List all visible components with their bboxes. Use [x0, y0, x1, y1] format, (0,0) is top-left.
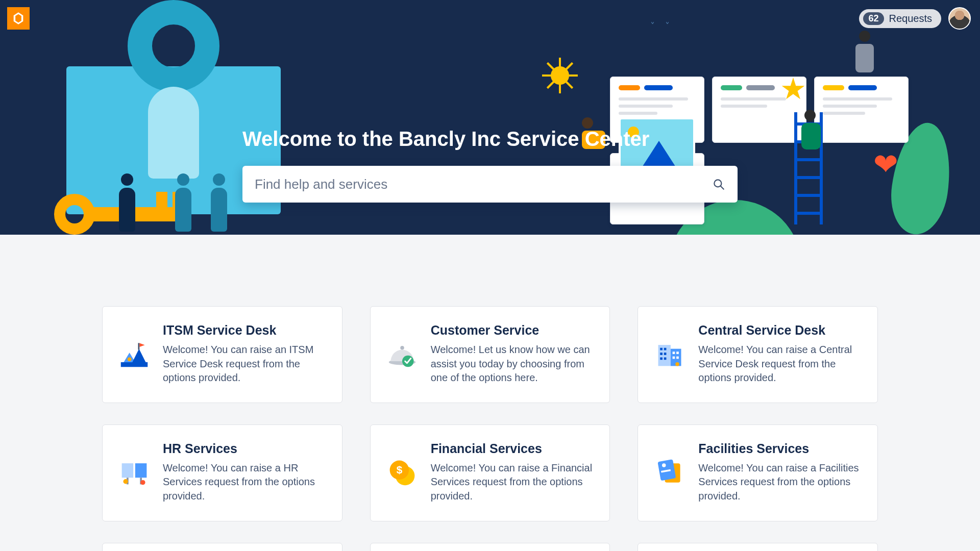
- hero-banner: 62 Requests ˅˅ ★ ❤ Welcome to the Bancly…: [0, 0, 980, 235]
- svg-rect-2: [121, 362, 148, 367]
- hr-billboard-icon: [119, 457, 150, 487]
- svg-text:$: $: [396, 464, 402, 475]
- card-description: Welcome! You can raise a Central Service…: [698, 343, 860, 385]
- svg-rect-10: [660, 348, 663, 350]
- service-cards-grid: ITSM Service Desk Welcome! You can raise…: [102, 306, 878, 551]
- card-description: Welcome! You can raise a Financial Servi…: [431, 461, 593, 504]
- card-title: Facilities Services: [698, 441, 860, 456]
- svg-point-25: [123, 479, 128, 484]
- header-right: 62 Requests: [859, 7, 971, 30]
- hero-art-person: [209, 173, 229, 235]
- svg-point-20: [676, 362, 680, 366]
- hero-art-person: [851, 31, 878, 80]
- svg-rect-19: [676, 357, 679, 359]
- svg-rect-16: [673, 352, 675, 354]
- svg-rect-15: [664, 358, 667, 360]
- cloche-check-icon: [387, 338, 418, 369]
- hero-art-sun: [551, 66, 569, 85]
- svg-point-32: [662, 463, 666, 467]
- svg-rect-22: [135, 463, 147, 478]
- search-input[interactable]: [255, 177, 712, 192]
- svg-rect-17: [676, 352, 679, 354]
- card-icon: [653, 456, 686, 488]
- user-avatar[interactable]: [948, 7, 971, 30]
- svg-point-4: [128, 358, 132, 362]
- svg-rect-11: [664, 348, 667, 350]
- search-input-container[interactable]: [242, 166, 738, 203]
- requests-count-badge: 62: [863, 12, 884, 25]
- svg-point-6: [400, 346, 404, 350]
- card-description: Welcome! You can raise a HR Services req…: [163, 461, 325, 504]
- card-title: Financial Services: [431, 441, 593, 456]
- card-description: Welcome! You can raise a Facilities Serv…: [698, 461, 860, 504]
- card-customer-service[interactable]: Customer Service Welcome! Let us know ho…: [370, 306, 610, 403]
- hero-art-key: [54, 199, 177, 230]
- requests-label: Requests: [889, 13, 933, 24]
- coins-icon: $: [387, 457, 418, 487]
- card-icon: [118, 456, 151, 488]
- card-title: Customer Service: [431, 323, 593, 338]
- card-placeholder[interactable]: [370, 543, 610, 551]
- card-title: ITSM Service Desk: [163, 323, 325, 338]
- hexagon-icon: [11, 11, 26, 26]
- card-icon: [118, 337, 151, 370]
- svg-point-26: [140, 480, 145, 485]
- building-icon: [654, 338, 685, 369]
- mountain-flag-icon: [119, 338, 150, 369]
- hero-content: Welcome to the Bancly Inc Service Center: [242, 128, 738, 203]
- card-icon: $: [386, 456, 419, 488]
- card-description: Welcome! You can raise an ITSM Service D…: [163, 343, 325, 385]
- svg-rect-3: [138, 343, 140, 349]
- svg-rect-13: [664, 353, 667, 355]
- svg-rect-21: [122, 463, 134, 478]
- svg-line-1: [721, 186, 724, 189]
- search-icon: [712, 178, 725, 191]
- hero-art-star-icon: ★: [780, 71, 806, 106]
- card-itsm-service-desk[interactable]: ITSM Service Desk Welcome! You can raise…: [102, 306, 342, 403]
- card-placeholder[interactable]: [102, 543, 342, 551]
- requests-button[interactable]: 62 Requests: [859, 9, 941, 28]
- card-financial-services[interactable]: $ Financial Services Welcome! You can ra…: [370, 424, 610, 521]
- card-placeholder[interactable]: [638, 543, 878, 551]
- tickets-icon: [654, 457, 685, 487]
- svg-rect-18: [673, 357, 675, 359]
- page-title: Welcome to the Bancly Inc Service Center: [242, 128, 738, 151]
- card-icon: [386, 337, 419, 370]
- svg-rect-14: [660, 358, 663, 360]
- hero-art-birds: ˅˅: [650, 20, 680, 32]
- hero-art-person: [117, 173, 137, 235]
- card-icon: [653, 337, 686, 370]
- hero-art-person: [174, 173, 193, 235]
- card-hr-services[interactable]: HR Services Welcome! You can raise a HR …: [102, 424, 342, 521]
- hero-art-heart-icon: ❤: [873, 147, 898, 182]
- card-description: Welcome! Let us know how we can assist y…: [431, 343, 593, 385]
- hero-art-person: [801, 110, 832, 156]
- card-title: HR Services: [163, 441, 325, 456]
- svg-rect-12: [660, 353, 663, 355]
- product-logo[interactable]: [7, 7, 30, 30]
- card-central-service-desk[interactable]: Central Service Desk Welcome! You can ra…: [638, 306, 878, 403]
- card-title: Central Service Desk: [698, 323, 860, 338]
- card-facilities-services[interactable]: Facilities Services Welcome! You can rai…: [638, 424, 878, 521]
